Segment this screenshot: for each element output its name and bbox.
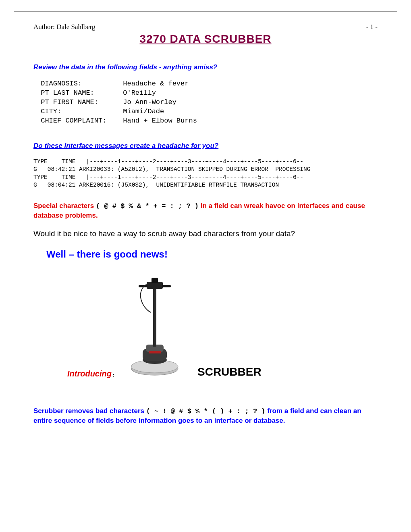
summary-chars: ( ~ ! @ # $ % * ( ) + : ; ? ) bbox=[146, 407, 266, 415]
page-number: - 1 - bbox=[366, 23, 378, 31]
author-line: Author: Dale Sahlberg bbox=[33, 23, 95, 31]
warning-text: Special characters ( @ # $ % & * + = : ;… bbox=[33, 202, 378, 220]
summary-text: Scrubber removes bad characters ( ~ ! @ … bbox=[33, 407, 378, 426]
svg-rect-6 bbox=[153, 288, 156, 347]
svg-rect-10 bbox=[152, 278, 158, 283]
scrubber-name: SCRUBBER bbox=[197, 366, 262, 378]
log-block: TYPE TIME |---+----1----+----2----+----3… bbox=[33, 158, 378, 189]
good-news-text: Well – there is good news! bbox=[46, 249, 378, 260]
introducing-label: Introducing bbox=[67, 369, 112, 378]
warning-pre: Special characters bbox=[33, 202, 96, 210]
header-row: Author: Dale Sahlberg - 1 - bbox=[33, 23, 378, 31]
intro-row: Introducing : SCRUB bbox=[33, 276, 378, 378]
svg-rect-9 bbox=[162, 285, 171, 287]
warning-chars: ( @ # $ % & * + = : ; ? ) bbox=[96, 202, 199, 210]
svg-rect-5 bbox=[149, 351, 161, 353]
page-title: 3270 DATA SCRUBBER bbox=[33, 33, 378, 46]
introducing-colon: : bbox=[112, 372, 114, 378]
section2-heading: Do these interface messages create a hea… bbox=[33, 142, 378, 150]
question-text: Would it be nice to have a way to scrub … bbox=[33, 229, 378, 238]
summary-pre: Scrubber removes bad characters bbox=[33, 407, 146, 415]
scrubber-image bbox=[127, 276, 183, 378]
page-frame: Author: Dale Sahlberg - 1 - 3270 DATA SC… bbox=[14, 11, 397, 519]
fields-block: DIAGNOSIS: Headache & fever PT LAST NAME… bbox=[37, 79, 378, 126]
section1-heading: Review the data in the following fields … bbox=[33, 63, 378, 71]
